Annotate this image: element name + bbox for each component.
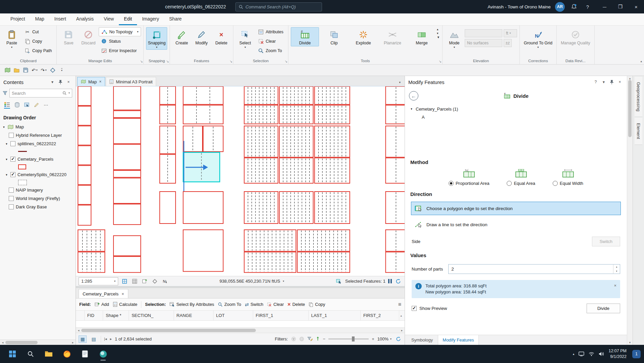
crosshair-icon[interactable] <box>151 278 158 285</box>
number-of-parts-stepper[interactable]: 2 ▴▾ <box>448 264 620 274</box>
tab-imagery[interactable]: Imagery <box>137 13 164 25</box>
expander-icon[interactable]: ▾ <box>5 142 8 146</box>
direction-option-draw-line[interactable]: Draw a line to set the direction <box>411 218 621 231</box>
pin-icon[interactable] <box>608 78 615 86</box>
grid-toggle-icon[interactable] <box>131 278 138 285</box>
contents-search-input[interactable]: Search ▾ <box>9 89 72 97</box>
zoom-to-button[interactable]: Zoom To <box>218 302 241 307</box>
sort-icon[interactable] <box>316 336 320 341</box>
layout-view-tab[interactable]: Minimal A3 Portrait <box>106 77 156 86</box>
layer-checkbox[interactable] <box>9 188 14 193</box>
layer-checkbox[interactable] <box>10 141 15 146</box>
filter-fields-icon[interactable] <box>307 336 313 341</box>
table-menu-icon[interactable]: ≡ <box>398 301 401 308</box>
add-grid-icon[interactable] <box>141 278 148 285</box>
refresh-icon[interactable] <box>395 278 402 285</box>
delete-features-button[interactable]: × Delete <box>212 27 231 46</box>
chevron-down-icon[interactable]: ▾ <box>283 280 284 283</box>
column-header[interactable]: SECTION_ <box>129 311 174 320</box>
start-button[interactable] <box>5 347 19 361</box>
splitlines-symbol[interactable] <box>2 148 76 155</box>
selected-features-count[interactable]: Selected Features: 1 <box>345 279 385 284</box>
dialog-launcher-icon[interactable]: ↘ <box>140 59 143 63</box>
symbology-tab[interactable]: Symbology <box>407 335 437 345</box>
layer-item-cemetery-splits[interactable]: ▾ CemeterySplits_0622220 <box>2 170 76 179</box>
snapping-toggle-button[interactable]: Snapping ▾ <box>146 27 167 50</box>
filter-icon[interactable] <box>3 91 7 95</box>
explore-tool-button[interactable] <box>49 66 57 75</box>
switch-side-button[interactable]: Switch <box>592 237 620 246</box>
expander-icon[interactable]: ▾ <box>2 125 6 129</box>
copy-button[interactable]: Copy <box>22 37 54 46</box>
close-icon[interactable]: × <box>122 291 124 296</box>
selection-tree-child[interactable]: A <box>410 113 622 121</box>
cut-button[interactable]: ✂Cut <box>22 27 54 36</box>
table-view-icon[interactable]: ▦ <box>79 335 87 343</box>
method-proportional-area[interactable]: Proportional Area <box>449 169 489 186</box>
layer-checkbox[interactable] <box>10 172 15 177</box>
taskbar-search-button[interactable] <box>24 347 38 361</box>
avatar[interactable]: AR <box>555 2 565 12</box>
dialog-launcher-icon[interactable]: ↘ <box>439 59 442 63</box>
chevron-down-icon[interactable]: ▾ <box>68 92 70 94</box>
layer-checkbox[interactable] <box>9 204 14 209</box>
create-features-button[interactable]: Create <box>172 27 191 46</box>
close-icon[interactable]: × <box>614 283 616 288</box>
pane-vertical-scrollbar[interactable]: ▴ ▾ <box>627 76 633 345</box>
radio-icon[interactable] <box>553 181 558 186</box>
layer-checkbox[interactable] <box>9 133 14 138</box>
divide-tool-button[interactable]: # Divide <box>291 27 319 46</box>
redo-button[interactable]: ↷▾ <box>40 66 48 75</box>
selection-tree-parent[interactable]: ▾ Cemetary_Parcels (1) <box>410 105 622 113</box>
add-field-button[interactable]: Add <box>95 302 109 307</box>
layer-item-dark-gray-base[interactable]: Dark Gray Base <box>2 203 76 211</box>
layer-item-map[interactable]: ▾ Map <box>2 123 76 131</box>
gallery-expand-icon[interactable]: ▼ <box>437 36 440 39</box>
table-zoom-slider[interactable] <box>328 338 369 339</box>
column-header[interactable]: LOT <box>214 311 253 320</box>
clear-selection-button[interactable]: Clear <box>256 37 286 46</box>
layer-item-naip-imagery[interactable]: NAIP Imagery <box>2 186 76 194</box>
layer-item-world-imagery[interactable]: World Imagery (Firefly) <box>2 194 76 203</box>
row-selector-header[interactable] <box>76 311 85 320</box>
scroll-down-icon[interactable]: ▾ <box>627 341 633 344</box>
select-button[interactable]: Select ▾ <box>236 27 255 50</box>
cursor-coordinates[interactable]: 938,055.56E 450,230.71N ftUS <box>220 279 280 284</box>
close-icon[interactable]: × <box>616 78 624 86</box>
notepad-button[interactable] <box>78 347 92 361</box>
modify-features-button[interactable]: Modify <box>192 27 211 46</box>
discard-edits-button[interactable]: Discard <box>79 27 98 46</box>
layer-item-splitlines[interactable]: ▾ splitlines_06222022 <box>2 139 76 148</box>
dialog-launcher-icon[interactable]: ↘ <box>166 59 169 63</box>
tab-edit[interactable]: Edit <box>119 13 137 25</box>
tab-insert[interactable]: Insert <box>49 13 71 25</box>
chevron-down-icon[interactable]: ▾ <box>49 78 56 86</box>
select-by-attributes-button[interactable]: Select By Attributes <box>170 302 214 307</box>
chevron-down-icon[interactable]: ▾ <box>600 78 607 86</box>
merge-tool-button[interactable]: Merge <box>408 27 436 46</box>
attribute-table-tab[interactable]: Cemetary_Parcels × <box>79 289 128 298</box>
scroll-left-icon[interactable]: ◂ <box>0 341 5 344</box>
notification-count-badge[interactable]: 1 <box>632 350 641 358</box>
refresh-icon[interactable] <box>395 335 402 343</box>
file-explorer-button[interactable] <box>42 347 56 361</box>
notifications-button[interactable] <box>569 0 579 13</box>
more-tabs-button[interactable]: ⋯ <box>44 101 48 109</box>
paste-button[interactable]: Paste ▾ <box>2 27 21 50</box>
map-scale-dropdown[interactable]: 1:285 ▾ <box>79 277 118 285</box>
maximize-button[interactable]: ❒ <box>612 0 628 13</box>
spin-up-icon[interactable]: ▴ <box>613 265 620 269</box>
form-view-icon[interactable]: ▤ <box>90 335 98 343</box>
method-equal-width[interactable]: Equal Width <box>553 169 583 186</box>
table-horizontal-scrollbar[interactable]: ◂ ▸ <box>76 327 405 333</box>
minimize-button[interactable]: ─ <box>597 0 612 13</box>
list-by-drawing-order-tab[interactable] <box>4 101 10 109</box>
column-sort-icon[interactable]: ▴ <box>399 311 405 320</box>
wifi-icon[interactable] <box>589 352 594 356</box>
switch-selection-button[interactable]: ⇄Switch <box>245 302 263 307</box>
column-header[interactable]: LAST_1 <box>309 311 361 320</box>
zoom-out-icon[interactable]: − <box>323 336 326 341</box>
topology-dropdown[interactable]: No Topology ▾ <box>99 27 141 36</box>
show-preview-option[interactable]: Show Preview <box>412 306 447 311</box>
spin-down-icon[interactable]: ▾ <box>613 269 620 274</box>
